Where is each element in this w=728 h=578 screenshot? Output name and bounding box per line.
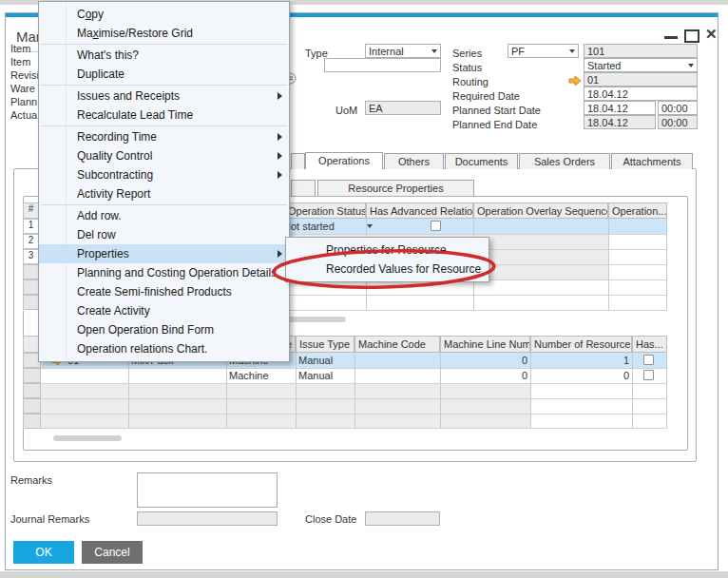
row-header-cell[interactable] (23, 368, 41, 383)
tab-operations[interactable]: Operations (305, 152, 383, 169)
menu-item-label: Del row (77, 228, 116, 241)
menu-item-copy[interactable]: Copy (39, 5, 289, 24)
field-label-item-1: Item (10, 43, 40, 54)
has-column-header[interactable]: Has... (632, 336, 667, 353)
menu-item-recording-time[interactable]: Recording Time (39, 127, 289, 146)
row-number-header: # (23, 202, 39, 219)
has-advanced-relation-header[interactable]: Has Advanced Relation (366, 202, 473, 219)
menu-item-properties[interactable]: Properties (39, 244, 289, 263)
row-number-cell[interactable]: 2 (23, 234, 39, 249)
submenu-item-properties-for-resource[interactable]: Properties for Resource. (286, 241, 489, 260)
close-icon[interactable]: ✕ (705, 26, 718, 43)
has-advanced-relation-checkbox[interactable] (431, 221, 441, 231)
menu-item-operation-relations-chart[interactable]: Operation relations Chart. (39, 339, 289, 358)
routing-field[interactable]: 01 (584, 72, 698, 87)
menu-item-del-row[interactable]: Del row (39, 225, 289, 244)
row-header-cell[interactable] (23, 398, 41, 414)
menu-separator (41, 204, 287, 205)
close-date-field[interactable] (365, 511, 440, 526)
menu-item-label: Open Operation Bind Form (77, 323, 214, 337)
operation-status-header[interactable]: Operation Status (284, 202, 366, 219)
field-label-revision: Revisi (10, 69, 40, 81)
cancel-button[interactable]: Cancel (82, 541, 143, 564)
planned-start-label: Planned Start Date (452, 105, 541, 116)
machine-line-num-cell[interactable]: 0 (440, 355, 527, 366)
menu-separator (41, 44, 287, 45)
maximize-icon[interactable] (684, 29, 699, 43)
tab-fragment[interactable] (291, 153, 305, 169)
issue-type-cell[interactable]: Manual (298, 370, 354, 381)
tab-others[interactable]: Others (384, 153, 444, 169)
has-checkbox[interactable] (643, 370, 654, 380)
minimize-icon[interactable] (664, 36, 678, 39)
submenu-item-recorded-values-for-resource[interactable]: Recorded Values for Resource (286, 260, 489, 279)
issue-type-cell[interactable]: Manual (298, 355, 354, 366)
journal-remarks-field[interactable] (137, 511, 278, 526)
journal-remarks-label: Journal Remarks (10, 513, 89, 525)
planned-end-time-field[interactable]: 00:00 (658, 115, 698, 129)
operation-overlay-sequence-header[interactable]: Operation Overlay Sequence (473, 202, 608, 219)
menu-item-whats-this[interactable]: What's this? (39, 46, 289, 65)
row-number-cell[interactable] (23, 279, 39, 295)
row-number-cell[interactable]: 3 (23, 249, 39, 264)
operation-more-header[interactable]: Operation... (608, 202, 667, 219)
planned-start-date-field[interactable]: 18.04.12 (584, 101, 656, 115)
row-number-cell[interactable] (23, 264, 39, 279)
tab-sales-orders[interactable]: Sales Orders (519, 153, 610, 169)
type-select[interactable]: Internal (365, 44, 441, 58)
menu-item-subcontracting[interactable]: Subcontracting (39, 165, 289, 184)
menu-item-duplicate[interactable]: Duplicate (39, 65, 289, 84)
menu-item-activity-report[interactable]: Activity Report (39, 184, 289, 203)
tab-documents[interactable]: Documents (445, 153, 518, 169)
tab-attachments[interactable]: Attachments (611, 153, 693, 169)
required-date-label: Required Date (452, 90, 520, 102)
resource-type-cell[interactable]: Machine (229, 370, 294, 381)
number-of-resources-cell[interactable]: 1 (530, 355, 629, 366)
menu-item-label: Subcontracting (77, 168, 153, 182)
chevron-down-icon[interactable] (367, 224, 373, 228)
row-number-cell[interactable] (23, 295, 39, 310)
machine-code-header[interactable]: Machine Code (354, 336, 440, 353)
uom-field[interactable]: EA (365, 101, 441, 115)
status-select[interactable]: Started (584, 58, 698, 72)
submenu-arrow-icon (278, 250, 282, 258)
menu-item-create-activity[interactable]: Create Activity (39, 301, 289, 320)
menu-item-open-operation-bind-form[interactable]: Open Operation Bind Form (39, 320, 289, 339)
menu-item-maximise-restore-grid[interactable]: Maximise/Restore Grid (39, 24, 289, 43)
menu-item-planning-and-costing-operation-details[interactable]: Planning and Costing Operation Details (39, 263, 289, 282)
menu-item-create-semi-finished-products[interactable]: Create Semi-finished Products (39, 282, 289, 301)
subtab-fragment[interactable] (291, 180, 316, 196)
row-header-cell[interactable] (23, 383, 41, 398)
context-menu: Copy Maximise/Restore Grid What's this? … (38, 1, 290, 362)
header-input-field[interactable] (324, 58, 441, 72)
menu-item-issues-and-receipts[interactable]: Issues and Receipts (39, 87, 289, 106)
machine-line-num-header[interactable]: Machine Line Num (440, 336, 530, 353)
issue-type-header[interactable]: Issue Type (296, 336, 354, 353)
row-number-cell[interactable]: 1 (23, 219, 39, 234)
chevron-down-icon (688, 64, 694, 67)
number-of-resources-header[interactable]: Number of Resources (530, 336, 632, 353)
has-checkbox[interactable] (643, 355, 654, 365)
link-arrow-icon[interactable] (568, 75, 582, 87)
series-select[interactable]: PF (508, 44, 579, 58)
horizontal-scrollbar-thumb[interactable] (53, 435, 122, 441)
menu-item-label: Operation relations Chart. (77, 342, 207, 356)
row-header-cell[interactable] (23, 414, 41, 429)
menu-item-quality-control[interactable]: Quality Control (39, 146, 289, 165)
operation-status-cell[interactable]: Not started (283, 221, 354, 232)
number-of-resources-cell[interactable]: 0 (530, 370, 629, 381)
series-number-field[interactable]: 101 (584, 44, 698, 58)
required-date-field[interactable]: 18.04.12 (584, 87, 698, 101)
menu-item-label: Activity Report (77, 187, 150, 201)
menu-item-label: Recording Time (77, 130, 157, 144)
ok-button[interactable]: OK (13, 541, 74, 564)
horizontal-scrollbar-thumb[interactable] (286, 317, 346, 322)
machine-line-num-cell[interactable]: 0 (440, 370, 527, 381)
remarks-textarea[interactable] (137, 472, 278, 508)
planned-end-date-field[interactable]: 18.04.12 (584, 115, 656, 129)
menu-item-recalculate-lead-time[interactable]: Recalculate Lead Time (39, 106, 289, 125)
planned-start-time-field[interactable]: 00:00 (658, 101, 698, 115)
menu-item-add-row[interactable]: Add row. (39, 206, 289, 225)
subtab-resource-properties[interactable]: Resource Properties (317, 180, 474, 196)
menu-item-label: Duplicate (77, 67, 125, 81)
